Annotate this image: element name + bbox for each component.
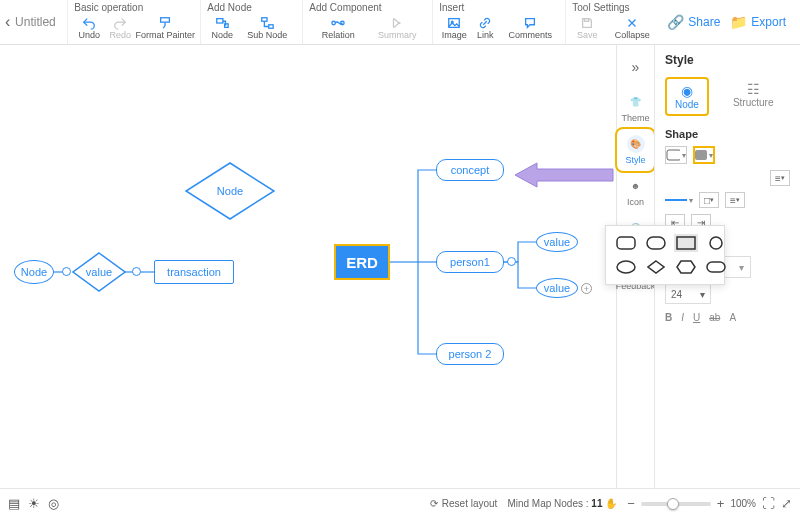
zoom-controls: − + 100% ⛶ ⤢ <box>627 496 792 511</box>
group-basic: Basic operation Undo Redo Format Painter <box>67 0 200 44</box>
node-person2[interactable]: person 2 <box>436 343 504 365</box>
zoom-level: 100% <box>730 498 756 509</box>
shape-rounded-rect[interactable] <box>614 234 638 252</box>
collapse-button[interactable]: Collapse <box>603 15 661 40</box>
zoom-in-button[interactable]: + <box>717 496 725 511</box>
format-painter-button[interactable]: Format Painter <box>136 15 194 40</box>
handle-icon[interactable] <box>507 257 516 266</box>
fit-screen-icon[interactable]: ⛶ <box>762 496 775 511</box>
zoom-out-button[interactable]: − <box>627 496 635 511</box>
italic-button[interactable]: I <box>681 312 684 323</box>
group-label: Basic operation <box>74 2 194 15</box>
panel-title: Style <box>665 53 790 67</box>
canvas[interactable]: Node value transaction Node ERD concept … <box>0 45 615 488</box>
shape-rect[interactable] <box>674 234 698 252</box>
workspace: Node value transaction Node ERD concept … <box>0 45 800 488</box>
node-left-oval[interactable]: Node <box>14 260 54 284</box>
shirt-icon: 👕 <box>627 93 645 111</box>
panel-collapse-icon[interactable]: » <box>632 53 640 87</box>
shape-circle[interactable] <box>704 234 728 252</box>
node-value-diamond[interactable]: value <box>72 252 126 292</box>
strike-button[interactable]: ab <box>709 312 720 323</box>
bold-button[interactable]: B <box>665 312 672 323</box>
svg-rect-3 <box>262 17 267 21</box>
add-child-icon[interactable]: + <box>581 283 592 294</box>
zoom-slider[interactable] <box>641 502 711 506</box>
group-label: Add Node <box>207 2 296 15</box>
font-size-select[interactable]: 24▾ <box>665 284 711 304</box>
underline-button[interactable]: U <box>693 312 700 323</box>
save-button[interactable]: Save <box>572 15 602 40</box>
node-erd-center[interactable]: ERD <box>334 244 390 280</box>
insert-comments-button[interactable]: Comments <box>501 15 559 40</box>
shape-picker-popup <box>605 225 725 285</box>
focus-icon[interactable]: ◎ <box>48 496 59 511</box>
insert-image-button[interactable]: Image <box>439 15 469 40</box>
tab-structure[interactable]: ☷Structure <box>725 77 782 116</box>
svg-rect-7 <box>449 18 460 27</box>
svg-rect-1 <box>217 18 223 22</box>
svg-rect-4 <box>269 24 273 28</box>
group-toolsettings: Tool Settings Save Collapse <box>565 0 667 44</box>
summary-button[interactable]: Summary <box>368 15 426 40</box>
svg-rect-19 <box>647 237 665 249</box>
align-dropdown[interactable]: ≡▾ <box>770 170 790 186</box>
reset-layout-button[interactable]: ⟳Reset layout <box>430 498 498 509</box>
share-button[interactable]: 🔗Share <box>667 14 720 30</box>
fullscreen-icon[interactable]: ⤢ <box>781 496 792 511</box>
back-button[interactable]: ‹ <box>0 0 15 44</box>
border-weight[interactable]: ≡▾ <box>725 192 745 208</box>
shape-hexagon[interactable] <box>674 258 698 276</box>
undo-button[interactable]: Undo <box>74 15 104 40</box>
smiley-icon: ☻ <box>627 177 645 195</box>
svg-rect-17 <box>667 150 680 160</box>
export-button[interactable]: 📁Export <box>730 14 786 30</box>
group-insert: Insert Image Link Comments <box>432 0 565 44</box>
tab-node[interactable]: ◉Node <box>665 77 709 116</box>
add-subnode-button[interactable]: Sub Node <box>238 15 296 40</box>
group-addcomponent: Add Component Relation Summary <box>302 0 432 44</box>
fontcolor-button[interactable]: A <box>729 312 736 323</box>
svg-rect-0 <box>161 17 170 21</box>
node-value1-oval[interactable]: value <box>536 232 578 252</box>
section-shape-label: Shape <box>665 128 790 140</box>
redo-button[interactable]: Redo <box>105 15 135 40</box>
handle-icon[interactable] <box>132 267 141 276</box>
fill-color-dropdown[interactable]: ▾ <box>693 146 715 164</box>
presentation-icon[interactable]: ☀ <box>28 496 40 511</box>
refresh-icon: ⟳ <box>430 498 438 509</box>
strip-theme[interactable]: 👕Theme <box>617 87 654 129</box>
node-transaction[interactable]: transaction <box>154 260 234 284</box>
svg-marker-23 <box>648 261 664 273</box>
group-addnode: Add Node Node Sub Node <box>200 0 302 44</box>
node-floating-diamond[interactable]: Node <box>185 162 275 220</box>
shape-capsule[interactable] <box>704 258 728 276</box>
shape-dropdown[interactable]: ▾ <box>665 146 687 164</box>
strip-icon[interactable]: ☻Icon <box>617 171 654 213</box>
svg-rect-25 <box>707 262 725 272</box>
border-square[interactable]: □▾ <box>699 192 719 208</box>
doc-title[interactable]: Untitled <box>15 0 67 44</box>
svg-point-22 <box>617 261 635 273</box>
add-node-button[interactable]: Node <box>207 15 237 40</box>
shape-ellipse[interactable] <box>614 258 638 276</box>
node-value2-oval[interactable]: value <box>536 278 578 298</box>
structure-icon: ☷ <box>747 81 760 97</box>
border-style[interactable]: ▾ <box>665 196 693 205</box>
node-concept[interactable]: concept <box>436 159 504 181</box>
outline-view-icon[interactable]: ▤ <box>8 496 20 511</box>
node-count: Mind Map Nodes : 11 ✋ <box>507 498 617 509</box>
shape-pill[interactable] <box>644 234 668 252</box>
hand-icon[interactable]: ✋ <box>605 498 617 509</box>
svg-rect-20 <box>677 237 695 249</box>
insert-link-button[interactable]: Link <box>470 15 500 40</box>
node-person1[interactable]: person1 <box>436 251 504 273</box>
relation-button[interactable]: Relation <box>309 15 367 40</box>
strip-style[interactable]: 🎨Style <box>617 129 654 171</box>
svg-marker-24 <box>677 261 695 273</box>
shape-diamond[interactable] <box>644 258 668 276</box>
handle-icon[interactable] <box>62 267 71 276</box>
group-label: Add Component <box>309 2 426 15</box>
status-bar: ▤ ☀ ◎ ⟳Reset layout Mind Map Nodes : 11 … <box>0 488 800 518</box>
palette-icon: 🎨 <box>627 135 645 153</box>
